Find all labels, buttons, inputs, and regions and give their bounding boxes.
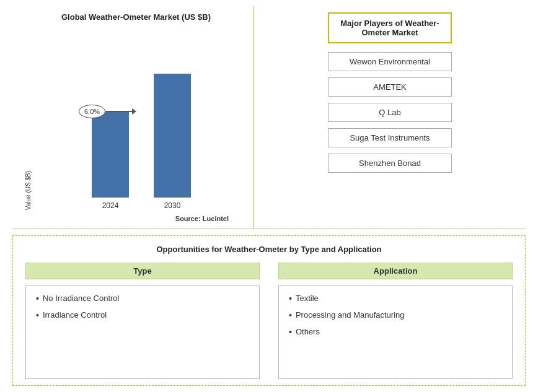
bar-label-2024: 2024 — [102, 201, 119, 210]
app-item-3-label: Others — [296, 327, 320, 336]
type-item-2: • Irradiance Control — [36, 310, 249, 321]
type-column: Type • No Irradiance Control • Irradianc… — [25, 263, 260, 379]
chart-title: Global Weather-Ometer Market (US $B) — [61, 12, 211, 22]
type-item-2-label: Irradiance Control — [43, 310, 107, 320]
player-suga: Suga Test Instruments — [328, 128, 452, 147]
callout-bubble: 6.0% — [79, 105, 105, 118]
app-bullet-2: • — [289, 310, 292, 321]
chart-area: Global Weather-Ometer Market (US $B) Val… — [12, 6, 254, 229]
bars-container: 6.0% 2024 2030 — [35, 74, 247, 210]
bar-2030 — [154, 74, 191, 198]
type-item-1-label: No Irradiance Control — [43, 294, 120, 303]
player-qlab: Q Lab — [328, 103, 452, 122]
opp-columns: Type • No Irradiance Control • Irradianc… — [25, 263, 513, 379]
top-section: Global Weather-Ometer Market (US $B) Val… — [12, 6, 526, 229]
arrow-line — [108, 111, 133, 112]
bar-2024 — [92, 111, 129, 198]
bottom-section: Opportunities for Weather-Ometer by Type… — [12, 235, 526, 386]
growth-annotation: 6.0% — [79, 105, 133, 118]
source-text: Source: Lucintel — [175, 215, 229, 222]
app-bullet-3: • — [289, 327, 292, 338]
bullet-2: • — [36, 310, 39, 321]
app-item-2: • Processing and Manufacturing — [289, 310, 502, 321]
application-body: • Textile • Processing and Manufacturing… — [278, 285, 513, 379]
application-header: Application — [278, 263, 513, 279]
player-ametek: AMETEK — [328, 77, 452, 97]
app-item-1-label: Textile — [296, 294, 319, 303]
application-column: Application • Textile • Processing and M… — [278, 263, 513, 379]
bar-label-2030: 2030 — [164, 201, 181, 210]
chart-wrapper: Value (US $B) 6.0% 2024 — [25, 27, 247, 210]
chart-inner: 6.0% 2024 2030 — [35, 74, 247, 210]
y-axis-label: Value (US $B) — [25, 171, 32, 210]
bar-group-2024: 2024 — [92, 111, 129, 210]
type-item-1: • No Irradiance Control — [36, 294, 249, 304]
app-bullet-1: • — [289, 294, 292, 304]
bullet-1: • — [36, 294, 39, 304]
app-item-1: • Textile — [289, 294, 502, 304]
players-title: Major Players of Weather-Ometer Market — [328, 12, 452, 43]
type-header: Type — [25, 263, 260, 279]
type-body: • No Irradiance Control • Irradiance Con… — [25, 285, 260, 379]
opportunities-title: Opportunities for Weather-Ometer by Type… — [25, 245, 513, 254]
main-container: Global Weather-Ometer Market (US $B) Val… — [0, 0, 538, 392]
player-shenzhen: Shenzhen Bonad — [328, 154, 452, 173]
players-area: Major Players of Weather-Ometer Market W… — [254, 6, 526, 229]
app-item-3: • Others — [289, 327, 502, 338]
player-wewon: Wewon Environmental — [328, 52, 452, 71]
bar-group-2030: 2030 — [154, 74, 191, 210]
app-item-2-label: Processing and Manufacturing — [296, 310, 405, 320]
